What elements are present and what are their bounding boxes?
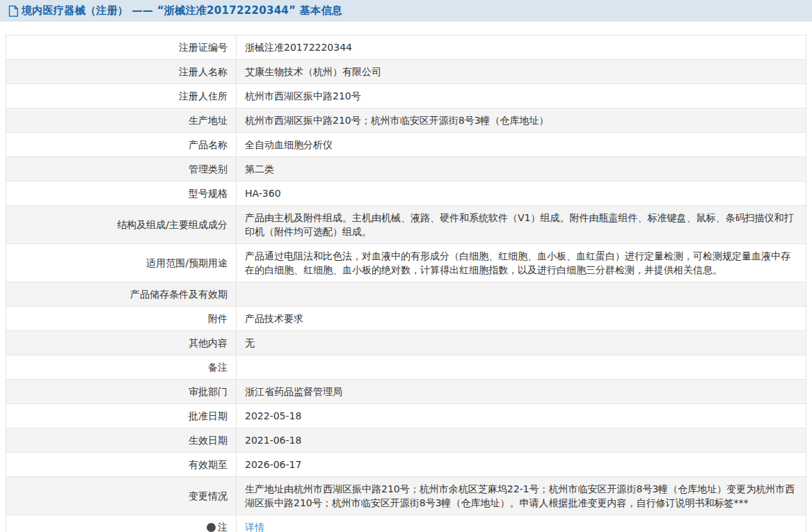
table-row: 审批部门 浙江省药品监督管理局 xyxy=(6,380,806,404)
row-value: 产品由主机及附件组成。主机由机械、液路、硬件和系统软件（V1）组成。附件由瓶盖组… xyxy=(237,206,806,244)
row-label: 有效期至 xyxy=(6,453,237,477)
table-row: 适用范围/预期用途 产品通过电阻法和比色法，对血液中的有形成分（白细胞、红细胞、… xyxy=(6,244,806,282)
row-value: 杭州市西湖区振中路210号 xyxy=(237,84,806,108)
row-value: 杭州市西湖区振中路210号；杭州市临安区开源街8号3幢（仓库地址） xyxy=(237,108,806,133)
row-value: 浙械注准20172220344 xyxy=(237,35,806,60)
table-row: 产品储存条件及有效期 xyxy=(6,282,806,307)
row-label: 批准日期 xyxy=(6,404,237,428)
registration-info-table: 注册证编号 浙械注准20172220344 注册人名称 艾康生物技术（杭州）有限… xyxy=(6,35,806,532)
table-row: 管理类别 第二类 xyxy=(6,157,806,182)
table-row: 结构及组成/主要组成成分 产品由主机及附件组成。主机由机械、液路、硬件和系统软件… xyxy=(6,206,806,244)
row-value: HA-360 xyxy=(237,182,806,206)
row-value: 2021-06-18 xyxy=(237,428,806,453)
table-row: 产品名称 全自动血细胞分析仪 xyxy=(6,133,806,157)
page-header: 境内医疗器械（注册） —— “浙械注准20172220344” 基本信息 xyxy=(0,0,812,22)
row-label: 附件 xyxy=(6,307,237,331)
row-label: 生效日期 xyxy=(6,428,237,453)
row-value xyxy=(237,282,806,307)
row-label: 其他内容 xyxy=(6,331,237,355)
row-label: 审批部门 xyxy=(6,380,237,404)
table-row: 注册证编号 浙械注准20172220344 xyxy=(6,35,806,60)
table-row: 注册人名称 艾康生物技术（杭州）有限公司 xyxy=(6,60,806,84)
row-label: 结构及组成/主要组成成分 xyxy=(6,206,237,244)
row-value: 第二类 xyxy=(237,157,806,182)
table-row: 注册人住所 杭州市西湖区振中路210号 xyxy=(6,84,806,108)
row-value: 生产地址由杭州市西湖区振中路210号；杭州市余杭区芝麻坞22-1号；杭州市临安区… xyxy=(237,477,806,515)
row-label-text: 注 xyxy=(218,522,228,532)
row-label: 注 xyxy=(6,515,237,532)
row-label: 型号规格 xyxy=(6,182,237,206)
row-value: 2022-05-18 xyxy=(237,404,806,428)
row-label: 注册人住所 xyxy=(6,84,237,108)
table-row: 其他内容 无 xyxy=(6,331,806,355)
row-label: 管理类别 xyxy=(6,157,237,182)
row-label: 适用范围/预期用途 xyxy=(6,244,237,282)
row-value: 浙江省药品监督管理局 xyxy=(237,380,806,404)
table-row: 批准日期 2022-05-18 xyxy=(6,404,806,428)
table-row: 附件 产品技术要求 xyxy=(6,307,806,331)
row-value: 产品技术要求 xyxy=(237,307,806,331)
row-label: 变更情况 xyxy=(6,477,237,515)
table-row: 有效期至 2026-06-17 xyxy=(6,453,806,477)
table-row: 生产地址 杭州市西湖区振中路210号；杭州市临安区开源街8号3幢（仓库地址） xyxy=(6,108,806,133)
row-label: 备注 xyxy=(6,355,237,380)
table-row: 备注 xyxy=(6,355,806,380)
note-icon xyxy=(207,523,216,532)
table-row: 型号规格 HA-360 xyxy=(6,182,806,206)
row-value: 全自动血细胞分析仪 xyxy=(237,133,806,157)
row-label: 注册人名称 xyxy=(6,60,237,84)
table-row: 注 详情 xyxy=(6,515,806,532)
row-label: 生产地址 xyxy=(6,108,237,133)
document-icon xyxy=(8,6,18,17)
row-label: 注册证编号 xyxy=(6,35,237,60)
row-value: 2026-06-17 xyxy=(237,453,806,477)
row-value: 无 xyxy=(237,331,806,355)
row-value xyxy=(237,355,806,380)
row-value: 详情 xyxy=(237,515,806,532)
row-label: 产品名称 xyxy=(6,133,237,157)
row-value: 艾康生物技术（杭州）有限公司 xyxy=(237,60,806,84)
row-value: 产品通过电阻法和比色法，对血液中的有形成分（白细胞、红细胞、血小板、血红蛋白）进… xyxy=(237,244,806,282)
table-row: 生效日期 2021-06-18 xyxy=(6,428,806,453)
table-row: 变更情况 生产地址由杭州市西湖区振中路210号；杭州市余杭区芝麻坞22-1号；杭… xyxy=(6,477,806,515)
page-title: 境内医疗器械（注册） —— “浙械注准20172220344” 基本信息 xyxy=(22,4,342,17)
detail-link[interactable]: 详情 xyxy=(245,522,264,532)
row-label: 产品储存条件及有效期 xyxy=(6,282,237,307)
